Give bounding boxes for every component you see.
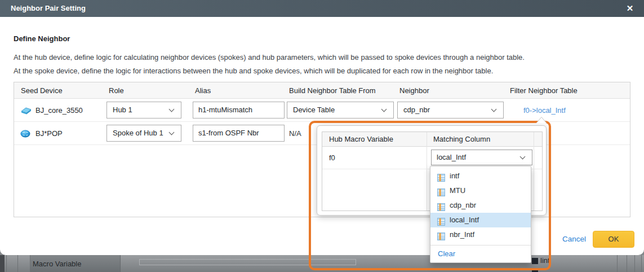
col-header-filter: Filter Neighbor Table — [510, 82, 578, 99]
chevron-down-icon — [381, 107, 387, 112]
switch-device-icon — [20, 107, 32, 116]
dropdown-option[interactable]: nbr_Intf — [430, 227, 531, 242]
matching-column-dropdown: intf MTU cdp_nbr local_Intf nbr_Intf Cle… — [430, 166, 531, 263]
build-from-na-text: N/A — [289, 122, 301, 145]
background-row-icon-partial — [532, 269, 538, 272]
section-heading: Define Neighbor — [14, 34, 70, 43]
device-name: BJ*POP — [35, 122, 63, 145]
background-row-text: lint — [540, 256, 550, 265]
background-row-icon — [532, 258, 538, 264]
alias-input[interactable]: h1-mtuMismatch — [193, 102, 285, 119]
dialog-titlebar: Neighbor Pair Setting ✕ — [0, 0, 644, 17]
dropdown-option[interactable]: MTU — [430, 183, 531, 198]
neighbor-select[interactable]: cdp_nbr — [397, 102, 504, 119]
alias-input[interactable]: s1-from OSPF Nbr — [193, 125, 285, 142]
background-left-edge — [0, 255, 5, 272]
device-name: BJ_core_3550 — [35, 99, 83, 122]
role-select[interactable]: Spoke of Hub 1 — [106, 125, 181, 142]
dropdown-option-selected[interactable]: local_Intf — [430, 213, 531, 227]
dropdown-clear-action[interactable]: Clear — [430, 247, 531, 261]
col-header-alias: Alias — [195, 82, 211, 99]
chevron-down-icon — [520, 154, 526, 160]
matching-column-select[interactable]: local_Intf — [431, 150, 532, 165]
build-from-select[interactable]: Device Table — [287, 102, 394, 119]
col-header-neighbor: Neighbor — [399, 82, 429, 99]
col-header-hub-macro-variable: Hub Macro Variable — [329, 132, 393, 147]
table-column-icon — [437, 231, 445, 245]
chevron-down-icon — [169, 107, 175, 112]
ok-button[interactable]: OK — [593, 231, 634, 248]
popup-caret — [536, 116, 547, 125]
chevron-down-icon — [491, 107, 497, 112]
dropdown-option[interactable]: intf — [430, 169, 531, 183]
col-header-seed-device: Seed Device — [21, 82, 63, 99]
router-device-icon — [20, 130, 30, 139]
background-input-outline — [139, 259, 356, 265]
dropdown-option[interactable]: cdp_nbr — [430, 198, 531, 213]
col-header-matching-column: Matching Column — [433, 132, 490, 147]
dialog-title: Neighbor Pair Setting — [11, 4, 86, 12]
cancel-button[interactable]: Cancel — [562, 235, 586, 243]
role-select[interactable]: Hub 1 — [106, 102, 181, 119]
col-header-build-from: Build Neighbor Table From — [289, 82, 376, 99]
table-header-row: Seed Device Role Alias Build Neighbor Ta… — [14, 82, 630, 99]
description-line-1: At the hub device, define logic for calc… — [14, 53, 525, 62]
popup-header-row: Hub Macro Variable Matching Column — [322, 132, 542, 147]
description-line-2: At the spoke device, define the logic fo… — [14, 67, 493, 75]
background-column-header: Macro Variable — [30, 255, 121, 272]
screen: Macro Variable lint Neighbor Pair Settin… — [0, 0, 644, 272]
dropdown-divider — [430, 245, 531, 245]
close-icon[interactable]: ✕ — [623, 0, 637, 17]
col-header-role: Role — [109, 82, 124, 99]
macro-variable-value: f0 — [329, 147, 335, 169]
chevron-down-icon — [169, 130, 175, 135]
